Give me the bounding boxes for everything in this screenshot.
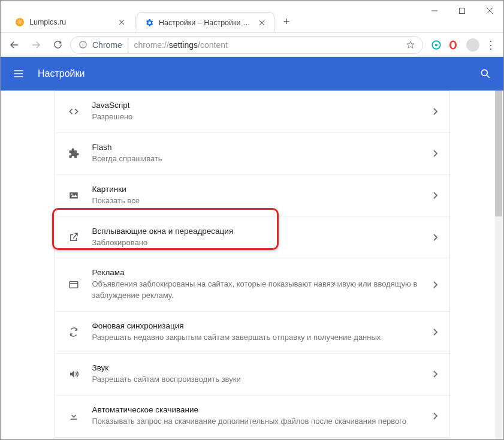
chevron-right-icon xyxy=(433,192,437,199)
window-controls xyxy=(421,1,503,21)
svg-line-17 xyxy=(487,76,490,78)
settings-row-ads[interactable]: Реклама Объявления заблокированы на сайт… xyxy=(55,258,449,311)
site-info-icon[interactable] xyxy=(78,36,87,54)
window-maximize-button[interactable] xyxy=(448,1,476,21)
settings-row-auto-download[interactable]: Автоматическое скачивание Показывать зап… xyxy=(55,395,449,437)
browser-toolbar: Chrome | chrome://settings/content ⋮ xyxy=(1,33,503,57)
settings-menu-button[interactable] xyxy=(13,68,25,80)
row-subtitle: Разрешено xyxy=(92,111,421,123)
row-subtitle: Показать все xyxy=(92,195,421,207)
chevron-right-icon xyxy=(433,370,437,378)
svg-rect-18 xyxy=(70,192,78,199)
settings-row-javascript[interactable]: JavaScript Разрешено xyxy=(55,91,449,132)
new-tab-button[interactable]: + xyxy=(278,14,295,31)
svg-point-11 xyxy=(82,43,83,43)
settings-search-button[interactable] xyxy=(479,68,491,80)
download-icon xyxy=(67,411,80,421)
tab-title: Lumpics.ru xyxy=(29,18,112,26)
svg-point-20 xyxy=(71,194,72,195)
code-icon xyxy=(67,106,80,117)
image-icon xyxy=(67,190,80,201)
chevron-right-icon xyxy=(433,108,437,115)
settings-row-flash[interactable]: Flash Всегда спрашивать xyxy=(55,132,449,174)
svg-point-15 xyxy=(451,41,455,48)
window-icon xyxy=(67,279,80,290)
favicon-settings-icon xyxy=(144,18,154,28)
row-subtitle: Заблокировано xyxy=(92,237,421,249)
omnibox-separator: | xyxy=(127,40,129,50)
chevron-right-icon xyxy=(433,150,437,157)
omnibox-chrome-label: Chrome xyxy=(92,40,122,50)
sound-icon xyxy=(67,369,80,379)
tab-close-button[interactable] xyxy=(117,17,126,27)
reload-button[interactable] xyxy=(49,36,67,54)
sync-icon xyxy=(67,327,80,337)
settings-content: JavaScript Разрешено Flash Всегда спраши… xyxy=(1,91,503,439)
chevron-right-icon xyxy=(433,234,437,241)
svg-rect-1 xyxy=(460,8,465,14)
favicon-lumpics-icon xyxy=(15,17,25,27)
forward-button[interactable] xyxy=(27,36,45,54)
svg-point-13 xyxy=(435,43,438,46)
omnibox[interactable]: Chrome | chrome://settings/content xyxy=(70,36,423,54)
tab-separator xyxy=(135,16,135,28)
omnibox-url: chrome://settings/content xyxy=(134,40,227,50)
browser-tab-settings[interactable]: Настройки – Настройки сайта xyxy=(137,12,274,32)
extension-icon-teal[interactable] xyxy=(430,39,442,51)
row-title: Картинки xyxy=(92,185,421,194)
profile-avatar[interactable] xyxy=(466,38,479,52)
tab-title: Настройки – Настройки сайта xyxy=(159,19,252,27)
extension-icon-opera[interactable] xyxy=(447,39,459,51)
settings-row-sound[interactable]: Звук Разрешать сайтам воспроизводить зву… xyxy=(55,353,449,395)
extension-icons xyxy=(427,39,463,51)
row-title: Всплывающие окна и переадресация xyxy=(92,227,421,236)
window-minimize-button[interactable] xyxy=(421,1,448,21)
content-settings-card: JavaScript Разрешено Flash Всегда спраши… xyxy=(55,91,450,438)
row-title: Реклама xyxy=(92,268,421,277)
browser-tab-lumpics[interactable]: Lumpics.ru xyxy=(8,12,134,32)
chevron-right-icon xyxy=(433,412,437,420)
row-title: Фоновая синхронизация xyxy=(92,321,421,330)
row-subtitle: Всегда спрашивать xyxy=(92,153,421,165)
settings-row-images[interactable]: Картинки Показать все xyxy=(55,174,449,216)
bookmark-star-icon[interactable] xyxy=(406,40,415,50)
chevron-right-icon xyxy=(433,281,437,288)
settings-row-popups[interactable]: Всплывающие окна и переадресация Заблоки… xyxy=(55,216,449,258)
row-title: Автоматическое скачивание xyxy=(92,405,421,414)
svg-rect-23 xyxy=(70,419,77,420)
row-subtitle: Разрешать сайтам воспроизводить звуки xyxy=(92,374,421,385)
tab-close-button[interactable] xyxy=(257,18,267,28)
settings-header: Настройки xyxy=(1,57,503,91)
row-subtitle: Объявления заблокированы на сайтах, кото… xyxy=(92,279,421,302)
row-title: JavaScript xyxy=(92,101,421,110)
scrollbar-thumb[interactable] xyxy=(495,91,502,216)
open-in-new-icon xyxy=(67,232,80,243)
chevron-right-icon xyxy=(433,329,437,336)
row-title: Звук xyxy=(92,363,421,372)
svg-rect-21 xyxy=(70,282,78,288)
browser-menu-button[interactable]: ⋮ xyxy=(483,38,499,52)
window-close-button[interactable] xyxy=(476,1,503,21)
row-title: Flash xyxy=(92,143,421,152)
svg-point-16 xyxy=(481,70,487,76)
settings-row-bg-sync[interactable]: Фоновая синхронизация Разрешать недавно … xyxy=(55,311,449,353)
puzzle-icon xyxy=(67,147,80,159)
window-titlebar xyxy=(1,1,503,11)
settings-title: Настройки xyxy=(38,68,84,79)
row-subtitle: Разрешать недавно закрытым сайтам заверш… xyxy=(92,332,421,343)
row-subtitle: Показывать запрос на скачивание дополнит… xyxy=(92,416,421,427)
back-button[interactable] xyxy=(5,36,23,54)
